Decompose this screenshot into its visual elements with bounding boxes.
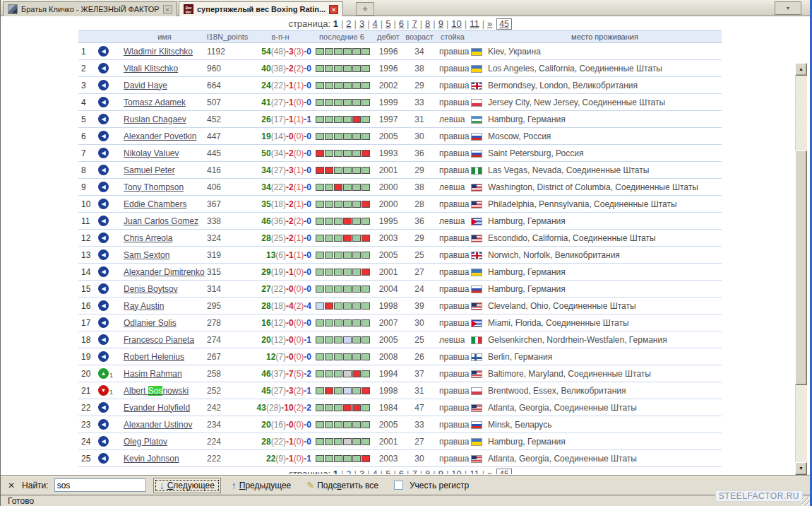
- rank-change-cell: ◀: [98, 317, 124, 328]
- boxer-link[interactable]: Chris Arreola: [124, 233, 172, 243]
- record-lk: (1): [294, 233, 304, 243]
- highlight-all-button[interactable]: ✎Подсветить все: [301, 478, 383, 492]
- pagination-page-link[interactable]: 5: [386, 469, 390, 474]
- same-arrow-icon: ◀: [98, 436, 109, 447]
- pagination-page-link[interactable]: »: [487, 469, 492, 474]
- pagination-page-link[interactable]: 3: [359, 469, 364, 474]
- last6-loss-box: [316, 150, 324, 157]
- record-d: -0: [304, 64, 311, 73]
- boxer-link[interactable]: Francesco Pianeta: [124, 335, 194, 345]
- resize-grip[interactable]: [801, 497, 810, 506]
- boxer-link[interactable]: Alexander Ustinov: [124, 420, 192, 430]
- boxer-link[interactable]: David Haye: [124, 81, 167, 90]
- boxer-link[interactable]: Evander Holyfield: [124, 403, 190, 413]
- tab-close-icon[interactable]: ×: [329, 5, 338, 14]
- pagination-page-link[interactable]: 7: [412, 469, 417, 474]
- boxer-link[interactable]: Eddie Chambers: [124, 199, 186, 209]
- stance-cell: левша: [434, 216, 471, 226]
- pagination-page-link[interactable]: 11: [470, 18, 479, 29]
- record-cell: 29(19)-1(0)-0: [249, 267, 311, 277]
- boxer-link[interactable]: Ray Austin: [124, 301, 164, 311]
- boxer-link[interactable]: Sam Sexton: [124, 250, 169, 260]
- find-input[interactable]: [54, 478, 146, 492]
- boxer-link[interactable]: Samuel Peter: [124, 165, 175, 175]
- tab-2[interactable]: Box Recсупертяжелый вес Boxing Ratin...×: [179, 1, 343, 16]
- table-row: 18◀Francesco Pianeta27420(12)-0(0)-12005…: [78, 331, 722, 348]
- last6-draw-box: [316, 302, 324, 310]
- table-row: 17◀Odlanier Solis27816(12)-0(0)-0200730п…: [78, 314, 722, 331]
- location-cell: Moscow, Россия: [488, 131, 722, 141]
- rank-cell: 7: [78, 148, 98, 158]
- record-cell: 40(38)-2(2)-0: [249, 64, 311, 73]
- boxer-link[interactable]: Kevin Johnson: [124, 454, 179, 464]
- pagination-separator: |: [354, 18, 357, 29]
- pagination-page-link[interactable]: 9: [438, 18, 443, 29]
- boxer-link[interactable]: Tomasz Adamek: [124, 98, 186, 107]
- pagination-separator: |: [433, 18, 435, 29]
- new-tab-button[interactable]: +: [356, 2, 374, 16]
- last6-win-box: [334, 421, 342, 428]
- boxer-link[interactable]: Wladimir Klitschko: [124, 47, 193, 57]
- find-next-button[interactable]: ↓Следующее: [153, 478, 221, 493]
- tab-1[interactable]: Братья Кличко - ЖЕЛЕЗНЫЙ ФАКТОР×: [3, 1, 177, 16]
- pagination-separator: |: [482, 18, 484, 29]
- pagination-page-link[interactable]: 10: [451, 18, 461, 29]
- boxer-link[interactable]: Vitali Klitschko: [124, 64, 178, 73]
- rank-change-cell: ◀: [98, 453, 124, 464]
- last6-win-box: [325, 65, 333, 72]
- location-cell: Hamburg, Германия: [488, 114, 722, 124]
- checkbox-icon[interactable]: [394, 481, 403, 490]
- scrollbar-down-button[interactable]: ▼: [795, 462, 807, 475]
- pagination-page-link[interactable]: 2: [346, 469, 351, 474]
- boxer-link[interactable]: Odlanier Solis: [124, 318, 177, 328]
- pagination-page-link[interactable]: 10: [451, 469, 461, 474]
- pagination-page-link[interactable]: 8: [425, 18, 430, 29]
- pagination-last-page-box[interactable]: 45: [496, 469, 511, 474]
- boxer-link[interactable]: Nikolay Valuev: [124, 148, 179, 158]
- stance-cell: правша: [434, 437, 471, 447]
- record-wk: (34): [271, 148, 286, 158]
- debut-cell: 2004: [372, 284, 405, 294]
- boxer-link[interactable]: Denis Boytsov: [124, 284, 178, 294]
- boxer-link[interactable]: Oleg Platov: [124, 437, 167, 447]
- pagination-page-link[interactable]: 3: [359, 18, 364, 29]
- pagination-page-link[interactable]: 11: [470, 469, 479, 474]
- pagination-page-link[interactable]: 4: [373, 18, 378, 29]
- pagination-page-link[interactable]: 4: [373, 469, 378, 474]
- record-cell: 28(25)-2(1)-0: [249, 233, 311, 243]
- boxer-link[interactable]: Juan Carlos Gomez: [124, 216, 198, 226]
- pagination-page-link[interactable]: 7: [412, 18, 417, 29]
- record-lk: (0): [294, 131, 304, 141]
- match-case-checkbox[interactable]: Учесть регистр: [389, 479, 474, 492]
- age-cell: 29: [405, 81, 434, 90]
- boxer-link[interactable]: Albert Sosnowski: [124, 386, 189, 396]
- record-lk: (2): [294, 216, 304, 226]
- find-prev-button[interactable]: ↑Предыдущее: [227, 479, 296, 492]
- table-row: 5◀Ruslan Chagaev45226(17)-1(1)-1199731ле…: [78, 111, 722, 128]
- pagination-last-page-box[interactable]: 45: [496, 18, 511, 30]
- pagination-page-link[interactable]: 6: [399, 469, 404, 474]
- scrollbar-up-button[interactable]: ▲: [795, 63, 807, 76]
- boxer-link[interactable]: Robert Helenius: [124, 352, 184, 362]
- boxer-link[interactable]: Alexander Povetkin: [124, 131, 196, 141]
- tab-close-icon[interactable]: ×: [163, 5, 172, 14]
- boxer-link[interactable]: Alexander Dimitrenko: [124, 267, 205, 277]
- boxer-link[interactable]: Ruslan Chagaev: [124, 114, 186, 124]
- debut-cell: 2005: [372, 420, 405, 430]
- pagination-page-link[interactable]: 2: [346, 18, 351, 29]
- last6-win-box: [334, 201, 342, 208]
- last6-win-box: [352, 387, 361, 394]
- pagination-page-link[interactable]: 5: [386, 18, 390, 29]
- boxer-link[interactable]: Tony Thompson: [124, 182, 184, 192]
- rank-cell: 17: [78, 318, 98, 328]
- pagination-page-link[interactable]: 8: [425, 469, 430, 474]
- age-cell: 30: [405, 454, 434, 464]
- tab-list-dropdown-button[interactable]: ▼: [775, 1, 801, 15]
- boxer-link[interactable]: Hasim Rahman: [124, 369, 182, 379]
- stance-cell: правша: [434, 233, 471, 243]
- pagination-page-link[interactable]: 9: [438, 469, 443, 474]
- scrollbar-thumb[interactable]: [795, 151, 807, 385]
- pagination-page-link[interactable]: »: [487, 18, 492, 29]
- find-close-icon[interactable]: ✕: [8, 481, 15, 490]
- pagination-page-link[interactable]: 6: [399, 18, 404, 29]
